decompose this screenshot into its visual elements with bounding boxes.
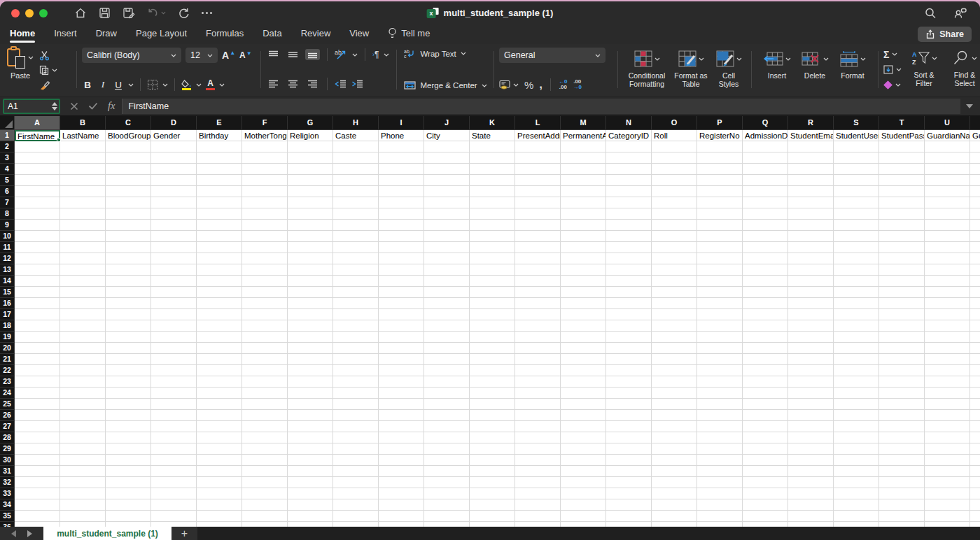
- cell-P5[interactable]: [697, 175, 743, 186]
- cell-F17[interactable]: [242, 309, 288, 320]
- cell-T26[interactable]: [879, 410, 925, 421]
- cell-T6[interactable]: [879, 186, 925, 197]
- cell-B20[interactable]: [60, 343, 106, 354]
- cell-P33[interactable]: [697, 488, 743, 499]
- cell-L14[interactable]: [515, 276, 561, 287]
- cell-V23[interactable]: [970, 376, 980, 388]
- cell-R8[interactable]: [788, 208, 834, 220]
- cell-O18[interactable]: [652, 320, 697, 332]
- cell-O14[interactable]: [652, 276, 697, 287]
- cell-Q1[interactable]: AdmissionDate: [743, 130, 788, 141]
- cell-V8[interactable]: [970, 208, 980, 220]
- cell-L11[interactable]: [515, 242, 561, 253]
- cell-C29[interactable]: [106, 443, 151, 455]
- cell-T19[interactable]: [879, 332, 925, 343]
- cell-H6[interactable]: [333, 186, 379, 197]
- cell-A34[interactable]: [15, 499, 60, 511]
- cell-M29[interactable]: [561, 443, 606, 455]
- cell-O36[interactable]: [652, 522, 697, 527]
- cell-H30[interactable]: [333, 455, 379, 466]
- cell-A29[interactable]: [15, 443, 60, 455]
- column-header-T[interactable]: T: [879, 116, 925, 130]
- cell-F34[interactable]: [242, 499, 288, 511]
- cell-O10[interactable]: [652, 231, 697, 242]
- cell-D1[interactable]: Gender: [151, 130, 197, 141]
- number-format-select[interactable]: General: [499, 48, 606, 63]
- cell-Q10[interactable]: [743, 231, 788, 242]
- cell-V13[interactable]: [970, 264, 980, 276]
- cell-L4[interactable]: [515, 164, 561, 175]
- cell-P25[interactable]: [697, 399, 743, 410]
- cell-T3[interactable]: [879, 152, 925, 164]
- cell-O16[interactable]: [652, 298, 697, 309]
- cell-L29[interactable]: [515, 443, 561, 455]
- cell-P19[interactable]: [697, 332, 743, 343]
- cell-J4[interactable]: [424, 164, 470, 175]
- cell-A23[interactable]: [15, 376, 60, 388]
- cell-L8[interactable]: [515, 208, 561, 220]
- cell-I12[interactable]: [379, 253, 424, 264]
- cell-G18[interactable]: [288, 320, 333, 332]
- column-header-S[interactable]: S: [834, 116, 879, 130]
- cell-Q36[interactable]: [743, 522, 788, 527]
- cell-T11[interactable]: [879, 242, 925, 253]
- cell-M32[interactable]: [561, 477, 606, 488]
- cell-P22[interactable]: [697, 365, 743, 376]
- cell-Q8[interactable]: [743, 208, 788, 220]
- cell-C14[interactable]: [106, 276, 151, 287]
- cell-A21[interactable]: [15, 354, 60, 365]
- cell-L12[interactable]: [515, 253, 561, 264]
- accounting-format-button[interactable]: [499, 80, 519, 90]
- cell-D26[interactable]: [151, 410, 197, 421]
- cell-T33[interactable]: [879, 488, 925, 499]
- cell-P21[interactable]: [697, 354, 743, 365]
- cell-K21[interactable]: [470, 354, 515, 365]
- cell-C2[interactable]: [106, 141, 151, 152]
- cell-L25[interactable]: [515, 399, 561, 410]
- cell-M10[interactable]: [561, 231, 606, 242]
- cell-R6[interactable]: [788, 186, 834, 197]
- column-header-K[interactable]: K: [470, 116, 515, 130]
- cell-E26[interactable]: [197, 410, 242, 421]
- cell-Q2[interactable]: [743, 141, 788, 152]
- cell-T5[interactable]: [879, 175, 925, 186]
- cell-D12[interactable]: [151, 253, 197, 264]
- delete-cells-button[interactable]: Delete: [797, 48, 832, 92]
- wrap-text-button[interactable]: abc Wrap Text: [404, 48, 486, 59]
- cell-M36[interactable]: [561, 522, 606, 527]
- cell-J20[interactable]: [424, 343, 470, 354]
- cell-P36[interactable]: [697, 522, 743, 527]
- cell-O15[interactable]: [652, 287, 697, 298]
- cell-G21[interactable]: [288, 354, 333, 365]
- underline-button[interactable]: U: [113, 80, 124, 90]
- cell-H19[interactable]: [333, 332, 379, 343]
- cell-N35[interactable]: [606, 511, 652, 522]
- cell-D35[interactable]: [151, 511, 197, 522]
- cell-V17[interactable]: [970, 309, 980, 320]
- cell-Q33[interactable]: [743, 488, 788, 499]
- cell-L17[interactable]: [515, 309, 561, 320]
- cell-F9[interactable]: [242, 220, 288, 231]
- italic-button[interactable]: I: [97, 79, 108, 90]
- column-header-O[interactable]: O: [652, 116, 697, 130]
- cell-M23[interactable]: [561, 376, 606, 388]
- tab-formulas[interactable]: Formulas: [206, 25, 244, 43]
- cell-K16[interactable]: [470, 298, 515, 309]
- column-header-A[interactable]: A: [15, 116, 60, 130]
- cell-V5[interactable]: [970, 175, 980, 186]
- cell-U11[interactable]: [925, 242, 970, 253]
- cell-C12[interactable]: [106, 253, 151, 264]
- cell-E20[interactable]: [197, 343, 242, 354]
- cell-J23[interactable]: [424, 376, 470, 388]
- cell-N6[interactable]: [606, 186, 652, 197]
- cell-N24[interactable]: [606, 388, 652, 399]
- cell-P32[interactable]: [697, 477, 743, 488]
- next-sheet-icon[interactable]: [27, 530, 32, 537]
- column-header-L[interactable]: L: [515, 116, 561, 130]
- cell-C9[interactable]: [106, 220, 151, 231]
- cell-Q3[interactable]: [743, 152, 788, 164]
- row-header-14[interactable]: 14: [0, 276, 15, 287]
- cell-V15[interactable]: [970, 287, 980, 298]
- cell-J14[interactable]: [424, 276, 470, 287]
- cell-U2[interactable]: [925, 141, 970, 152]
